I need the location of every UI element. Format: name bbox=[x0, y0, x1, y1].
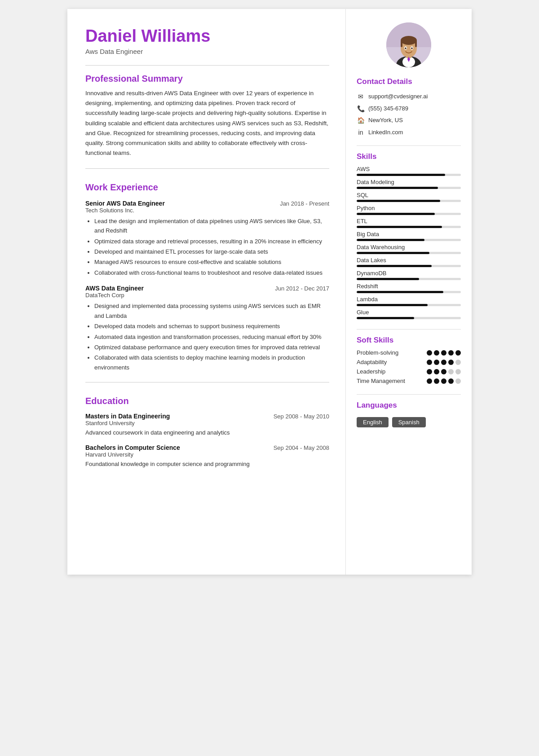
contact-title: Contact Details bbox=[357, 77, 461, 86]
skill-name: Glue bbox=[357, 309, 461, 316]
email-icon: ✉ bbox=[357, 91, 365, 103]
dot bbox=[441, 360, 446, 365]
company-name: DataTech Corp bbox=[85, 292, 329, 299]
skill-bar-bg bbox=[357, 304, 461, 306]
dot bbox=[434, 369, 439, 374]
dot bbox=[455, 378, 461, 384]
edu-header: Bachelors in Computer Science Sep 2004 -… bbox=[85, 444, 329, 451]
languages-title: Languages bbox=[357, 401, 461, 410]
contact-linkedin: in LinkedIn.com bbox=[357, 127, 461, 139]
dot bbox=[455, 350, 461, 356]
job-header: AWS Data Engineer Jun 2012 - Dec 2017 bbox=[85, 285, 329, 292]
summary-text: Innovative and results-driven AWS Data E… bbox=[85, 88, 329, 158]
dot bbox=[441, 350, 446, 356]
edu-entry: Masters in Data Engineering Sep 2008 - M… bbox=[85, 413, 329, 438]
job-bullet: Optimized data storage and retrieval pro… bbox=[94, 237, 329, 246]
skill-dots bbox=[427, 360, 461, 365]
skill-bar-fill bbox=[357, 239, 424, 241]
job-bullet: Designed and implemented data processing… bbox=[94, 301, 329, 321]
contact-phone: 📞 (555) 345-6789 bbox=[357, 103, 461, 115]
dot bbox=[455, 360, 461, 365]
skill-bar-fill bbox=[357, 226, 442, 228]
job-entry: Senior AWS Data Engineer Jan 2018 - Pres… bbox=[85, 200, 329, 278]
dot bbox=[455, 369, 461, 374]
skill-row: Data Lakes bbox=[357, 257, 461, 267]
skill-name: AWS bbox=[357, 166, 461, 172]
edu-degree: Bachelors in Computer Science bbox=[85, 444, 180, 451]
candidate-name: Daniel Williams bbox=[85, 27, 329, 46]
job-bullet: Collaborated with cross-functional teams… bbox=[94, 268, 329, 277]
skill-name: Data Warehousing bbox=[357, 244, 461, 251]
skill-name: Big Data bbox=[357, 231, 461, 237]
skill-row: AWS bbox=[357, 166, 461, 176]
skill-bar-bg bbox=[357, 252, 461, 254]
skill-name: Redshift bbox=[357, 283, 461, 290]
skill-bar-fill bbox=[357, 278, 419, 280]
job-dates: Jan 2018 - Present bbox=[280, 200, 329, 207]
job-bullet: Developed data models and schemas to sup… bbox=[94, 321, 329, 331]
contact-list: ✉ support@cvdesigner.ai 📞 (555) 345-6789… bbox=[357, 91, 461, 138]
avatar-wrapper bbox=[357, 22, 461, 67]
dot bbox=[448, 369, 454, 374]
skill-bar-bg bbox=[357, 278, 461, 280]
dot bbox=[427, 378, 432, 384]
dot bbox=[434, 360, 439, 365]
skill-name: ETL bbox=[357, 218, 461, 224]
job-title-text: Senior AWS Data Engineer bbox=[85, 200, 165, 207]
skill-row: Data Modeling bbox=[357, 179, 461, 189]
soft-skill-row: Time Management bbox=[357, 378, 461, 384]
skill-bar-fill bbox=[357, 213, 435, 215]
edu-entry: Bachelors in Computer Science Sep 2004 -… bbox=[85, 444, 329, 469]
left-column: Daniel Williams Aws Data Engineer Profes… bbox=[67, 9, 346, 575]
job-bullet: Automated data ingestion and transformat… bbox=[94, 332, 329, 342]
soft-skill-name: Problem-solving bbox=[357, 349, 398, 356]
skill-bar-bg bbox=[357, 226, 461, 228]
edu-header: Masters in Data Engineering Sep 2008 - M… bbox=[85, 413, 329, 420]
skill-bar-fill bbox=[357, 252, 429, 254]
soft-skill-name: Leadership bbox=[357, 368, 385, 375]
dot bbox=[434, 350, 439, 356]
job-entry: AWS Data Engineer Jun 2012 - Dec 2017 Da… bbox=[85, 285, 329, 372]
education-section: Education Masters in Data Engineering Se… bbox=[85, 396, 329, 469]
svg-point-12 bbox=[411, 48, 413, 49]
skills-title: Skills bbox=[357, 152, 461, 161]
skill-bar-bg bbox=[357, 317, 461, 319]
skill-bar-fill bbox=[357, 265, 432, 267]
edu-description: Advanced coursework in data engineering … bbox=[85, 428, 329, 438]
skill-bar-bg bbox=[357, 213, 461, 215]
language-chip: Spanish bbox=[392, 417, 426, 427]
skill-row: Python bbox=[357, 205, 461, 215]
skill-name: DynamoDB bbox=[357, 270, 461, 277]
job-header: Senior AWS Data Engineer Jan 2018 - Pres… bbox=[85, 200, 329, 207]
soft-skills-title: Soft Skills bbox=[357, 336, 461, 345]
skill-dots bbox=[427, 378, 461, 384]
skill-bar-fill bbox=[357, 187, 438, 189]
job-dates: Jun 2012 - Dec 2017 bbox=[275, 285, 329, 292]
work-title: Work Experience bbox=[85, 182, 329, 193]
skill-bar-bg bbox=[357, 200, 461, 202]
skill-dots bbox=[427, 350, 461, 356]
skill-bar-bg bbox=[357, 239, 461, 241]
edu-school: Harvard University bbox=[85, 451, 329, 458]
name-section: Daniel Williams Aws Data Engineer bbox=[85, 27, 329, 55]
soft-skill-name: Adaptability bbox=[357, 359, 387, 365]
job-bullets: Designed and implemented data processing… bbox=[85, 301, 329, 372]
skill-name: Data Modeling bbox=[357, 179, 461, 185]
skills-divider bbox=[357, 329, 461, 330]
job-bullet: Managed AWS resources to ensure cost-eff… bbox=[94, 257, 329, 267]
soft-skills-divider bbox=[357, 394, 461, 395]
resume-wrapper: Daniel Williams Aws Data Engineer Profes… bbox=[67, 9, 472, 575]
dot bbox=[448, 350, 454, 356]
dot bbox=[434, 378, 439, 384]
dot bbox=[427, 350, 432, 356]
skill-bar-fill bbox=[357, 304, 428, 306]
dot bbox=[441, 369, 446, 374]
contact-email: ✉ support@cvdesigner.ai bbox=[357, 91, 461, 103]
skill-row: DynamoDB bbox=[357, 270, 461, 280]
skill-dots bbox=[427, 369, 461, 374]
svg-point-6 bbox=[401, 36, 417, 45]
summary-divider bbox=[85, 168, 329, 169]
edu-container: Masters in Data Engineering Sep 2008 - M… bbox=[85, 413, 329, 469]
skill-name: Data Lakes bbox=[357, 257, 461, 264]
skill-name: Python bbox=[357, 205, 461, 211]
